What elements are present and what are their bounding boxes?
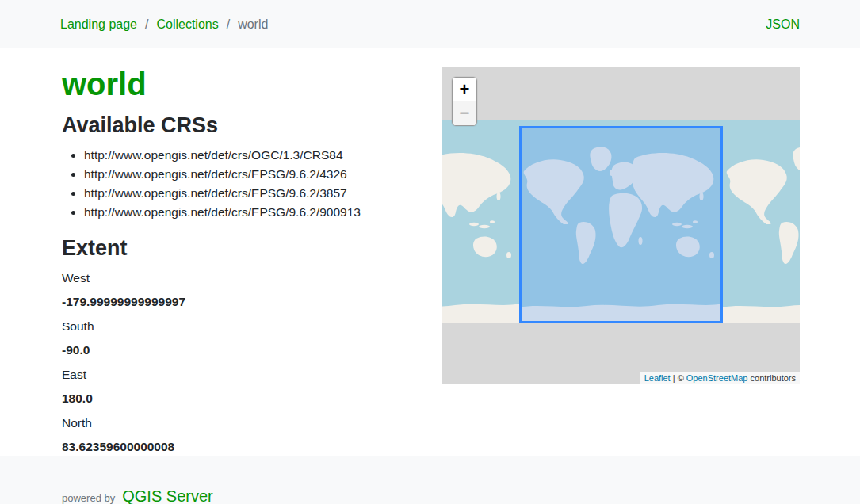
extent-bounding-box — [519, 126, 723, 323]
powered-by-label: powered by — [62, 492, 115, 504]
extent-east-label: East — [62, 368, 423, 382]
breadcrumb-current-world: world — [238, 17, 268, 32]
crs-item: http://www.opengis.net/def/crs/EPSG/9.6.… — [84, 184, 423, 203]
extent-north-value: 83.62359600000008 — [62, 440, 423, 454]
extent-south-label: South — [62, 319, 423, 334]
crs-item: http://www.opengis.net/def/crs/EPSG/9.6.… — [84, 203, 423, 222]
main-content: world Available CRSs http://www.opengis.… — [0, 48, 860, 456]
leaflet-map-viewport[interactable]: + − Leaflet | © OpenStreetMap contributo… — [442, 67, 800, 384]
map-column: + − Leaflet | © OpenStreetMap contributo… — [442, 48, 800, 456]
qgis-server-link[interactable]: QGIS Server — [122, 487, 212, 504]
zoom-in-button[interactable]: + — [453, 78, 476, 101]
attribution-suffix: contributors — [747, 373, 796, 383]
extent-north-label: North — [62, 416, 423, 430]
breadcrumb-collections[interactable]: Collections — [156, 17, 218, 32]
attribution-separator: | © — [671, 373, 686, 383]
crs-item: http://www.opengis.net/def/crs/OGC/1.3/C… — [84, 146, 423, 165]
leaflet-link[interactable]: Leaflet — [644, 373, 671, 383]
breadcrumb-landing-page[interactable]: Landing page — [60, 17, 137, 32]
json-format-link[interactable]: JSON — [766, 17, 800, 32]
extent-west-value: -179.99999999999997 — [62, 295, 423, 309]
breadcrumb: Landing page / Collections / world — [60, 17, 268, 32]
crs-heading: Available CRSs — [62, 113, 423, 138]
collection-details: world Available CRSs http://www.opengis.… — [60, 48, 442, 456]
crs-item: http://www.opengis.net/def/crs/EPSG/9.6.… — [84, 165, 423, 184]
extent-west-label: West — [62, 271, 423, 285]
page-footer: powered by QGIS Server — [0, 456, 860, 504]
extent-list: West -179.99999999999997 South -90.0 Eas… — [62, 271, 423, 454]
extent-south-value: -90.0 — [62, 343, 423, 357]
map-zoom-control: + − — [452, 77, 477, 126]
breadcrumb-separator: / — [145, 17, 148, 32]
map-attribution: Leaflet | © OpenStreetMap contributors — [640, 372, 800, 384]
zoom-out-button[interactable]: − — [453, 101, 476, 125]
page-title: world — [62, 66, 423, 102]
breadcrumb-separator: / — [227, 17, 230, 32]
top-bar: Landing page / Collections / world JSON — [0, 0, 860, 48]
crs-list: http://www.opengis.net/def/crs/OGC/1.3/C… — [62, 146, 423, 222]
extent-heading: Extent — [62, 236, 423, 261]
openstreetmap-link[interactable]: OpenStreetMap — [686, 373, 748, 383]
extent-east-value: 180.0 — [62, 391, 423, 406]
